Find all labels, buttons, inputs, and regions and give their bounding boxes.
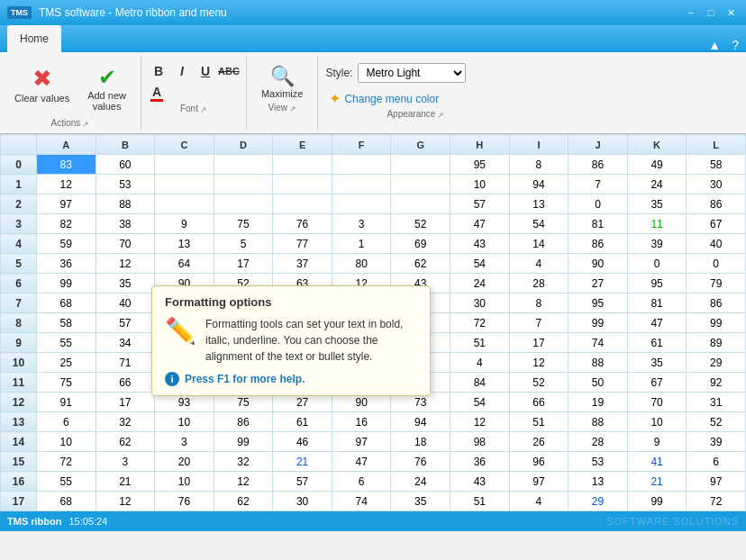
font-group-expand[interactable]: ↗ — [200, 105, 207, 114]
cell-H: 10 — [450, 175, 510, 194]
cell-J: 88 — [569, 353, 628, 373]
cell-G: 35 — [391, 492, 450, 511]
popup-title: Formatting options — [165, 295, 417, 309]
add-new-values-button[interactable]: ✔ Add new values — [80, 61, 133, 115]
cell-L: 0 — [687, 254, 746, 274]
cell-H: 36 — [450, 452, 510, 472]
cell-B: 53 — [96, 175, 155, 194]
ribbon: Home ▲ ? ✖ Clear values ✔ Add new values… — [0, 25, 746, 134]
cell-K: 81 — [627, 294, 687, 313]
cell-A: 59 — [37, 234, 96, 254]
cell-J: 95 — [569, 294, 628, 313]
appearance-group-expand[interactable]: ↗ — [437, 111, 444, 120]
maximize-button-ribbon[interactable]: 🔍 Maximize — [254, 61, 310, 103]
cell-J: 19 — [569, 393, 628, 412]
cell-B: 3 — [96, 452, 155, 472]
cell-J: 86 — [569, 155, 628, 175]
view-group-expand[interactable]: ↗ — [289, 104, 296, 113]
cell-B: 34 — [96, 333, 155, 353]
row-id: 11 — [1, 373, 37, 393]
cell-E — [273, 175, 332, 194]
cell-F: 1 — [332, 234, 391, 254]
cell-E: 37 — [273, 254, 332, 274]
cell-A: 83 — [37, 155, 96, 175]
col-header-C: C — [155, 135, 214, 155]
cell-B: 32 — [96, 412, 155, 432]
close-button[interactable]: ✕ — [723, 5, 739, 20]
strikethrough-button[interactable]: ABC — [219, 61, 239, 81]
cell-A: 82 — [37, 214, 96, 234]
cell-K: 39 — [627, 234, 687, 254]
status-bar: TMS ribbon 15:05:24 SOFTWARE SOLUTIONS — [0, 511, 746, 531]
cell-F: 6 — [332, 472, 391, 492]
cell-C: 20 — [155, 452, 214, 472]
maximize-button[interactable]: □ — [703, 5, 719, 20]
cell-B: 88 — [96, 194, 155, 214]
cell-A: 55 — [37, 333, 96, 353]
cell-F: 97 — [332, 432, 391, 452]
cell-G: 94 — [391, 412, 450, 432]
cell-I: 52 — [509, 373, 569, 393]
clear-values-button[interactable]: ✖ Clear values — [7, 61, 77, 107]
underline-button[interactable]: U — [196, 61, 215, 81]
row-id: 5 — [1, 254, 37, 274]
table-row: 29788571303586 — [1, 194, 746, 214]
cell-L: 30 — [687, 175, 746, 194]
cell-E — [273, 194, 332, 214]
cell-B: 60 — [96, 155, 155, 175]
cell-L: 72 — [687, 492, 746, 511]
ribbon-nav-up[interactable]: ▲ — [705, 38, 724, 52]
table-row: 08360958864958 — [1, 155, 746, 175]
table-row: 11253109472430 — [1, 175, 746, 194]
cell-L: 6 — [687, 452, 746, 472]
cell-E: 77 — [273, 234, 332, 254]
cell-B: 57 — [96, 313, 155, 333]
cell-A: 91 — [37, 393, 96, 412]
ribbon-content: ✖ Clear values ✔ Add new values Actions … — [0, 52, 746, 133]
cell-I: 96 — [509, 452, 569, 472]
actions-group-expand[interactable]: ↗ — [82, 120, 89, 129]
col-header-J: J — [569, 135, 628, 155]
cell-I: 8 — [509, 155, 569, 175]
minimize-button[interactable]: − — [683, 5, 699, 20]
cell-J: 53 — [569, 452, 628, 472]
row-id: 17 — [1, 492, 37, 511]
cell-F — [332, 155, 391, 175]
italic-button[interactable]: I — [172, 61, 192, 81]
cell-E: 21 — [273, 452, 332, 472]
cell-B: 66 — [96, 373, 155, 393]
row-id: 13 — [1, 412, 37, 432]
cell-I: 17 — [509, 333, 569, 353]
font-group-label-row: Font ↗ — [149, 104, 239, 115]
font-color-letter: A — [152, 86, 161, 98]
cell-H: 47 — [450, 214, 510, 234]
window-title: TMS software - Metro ribbon and menu — [39, 6, 683, 19]
style-select[interactable]: Metro Light — [358, 63, 466, 83]
cell-I: 97 — [509, 472, 569, 492]
title-bar: TMS TMS software - Metro ribbon and menu… — [0, 0, 746, 25]
cell-B: 38 — [96, 214, 155, 234]
cell-A: 68 — [37, 492, 96, 511]
cell-H: 51 — [450, 333, 510, 353]
bold-button[interactable]: B — [149, 61, 168, 81]
cell-D — [214, 175, 273, 194]
actions-group-label: Actions — [51, 118, 81, 130]
row-id: 8 — [1, 313, 37, 333]
cell-J: 99 — [569, 313, 628, 333]
change-menu-color-button[interactable]: ✦ Change menu color — [325, 88, 505, 109]
group-appearance: Style: Metro Light ✦ Change menu color A… — [318, 56, 513, 130]
cell-H: 84 — [450, 373, 510, 393]
cell-I: 7 — [509, 313, 569, 333]
cell-I: 4 — [509, 254, 569, 274]
cell-K: 9 — [627, 432, 687, 452]
ribbon-help[interactable]: ? — [728, 38, 742, 52]
col-header-row — [1, 135, 37, 155]
row-id: 1 — [1, 175, 37, 194]
cell-I: 12 — [509, 353, 569, 373]
tab-home[interactable]: Home — [7, 25, 61, 52]
help-icon: i — [165, 372, 179, 386]
cell-K: 21 — [627, 472, 687, 492]
cell-C — [155, 175, 214, 194]
font-color-button[interactable]: A — [149, 84, 165, 104]
cell-D: 99 — [214, 432, 273, 452]
